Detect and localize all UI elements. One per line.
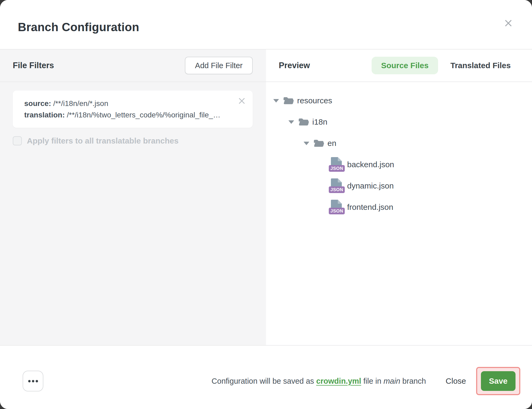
tree-row[interactable]: JSON frontend.json: [266, 197, 532, 218]
preview-heading: Preview: [279, 61, 310, 70]
caret-slot: [273, 99, 283, 103]
apply-filters-checkbox[interactable]: [13, 136, 22, 145]
apply-filters-label: Apply filters to all translatable branch…: [27, 136, 178, 145]
close-icon[interactable]: [502, 17, 514, 29]
save-button[interactable]: Save: [481, 371, 516, 391]
branch-name: main: [384, 377, 400, 385]
dialog-header: Branch Configuration: [0, 0, 532, 50]
crowdin-yml-link[interactable]: crowdin.yml: [316, 377, 361, 385]
note-prefix: Configuration will be saved as: [211, 377, 316, 385]
tab-source-files[interactable]: Source Files: [372, 57, 438, 74]
file-filters-panel: File Filters Add File Filter source: /**…: [0, 50, 266, 345]
tree-item-label: en: [327, 139, 336, 148]
filter-source-value: /**/i18n/en/*.json: [53, 99, 108, 108]
caret-slot: [288, 120, 298, 124]
preview-header: Preview Source Files Translated Files: [266, 50, 532, 82]
note-middle: file in: [361, 377, 384, 385]
apply-filters-row: Apply filters to all translatable branch…: [13, 136, 253, 145]
tree-row[interactable]: resources: [266, 90, 532, 111]
document-fold: [338, 157, 342, 161]
branch-configuration-dialog: Branch Configuration File Filters Add Fi…: [0, 0, 532, 409]
folder-icon: [298, 118, 309, 126]
close-x-glyph: [504, 19, 513, 28]
file-tree: resources i18n: [266, 82, 532, 218]
document-fold: [338, 178, 342, 182]
file-filter-card[interactable]: source: /**/i18n/en/*.json translation: …: [13, 91, 253, 128]
remove-x-glyph: [238, 97, 246, 105]
folder-icon: [283, 96, 294, 105]
note-suffix: branch: [400, 377, 426, 385]
tree-item-label: backend.json: [347, 160, 394, 169]
preview-tabs: Source Files Translated Files: [372, 57, 511, 74]
chevron-down-icon[interactable]: [304, 142, 309, 145]
json-badge: JSON: [329, 186, 345, 193]
dialog-body: File Filters Add File Filter source: /**…: [0, 50, 532, 345]
save-location-note: Configuration will be saved as crowdin.y…: [211, 377, 426, 386]
tree-item-label: resources: [297, 96, 332, 105]
add-file-filter-button[interactable]: Add File Filter: [185, 57, 253, 74]
caret-slot: [304, 142, 313, 145]
tree-item-label: i18n: [312, 117, 327, 126]
ellipsis-dot: [28, 380, 31, 382]
filter-source-line: source: /**/i18n/en/*.json: [24, 98, 231, 109]
filter-translation-value: /**/i18n/%two_letters_code%/%original_fi…: [67, 111, 220, 119]
tree-item-label: frontend.json: [347, 203, 393, 212]
filter-translation-label: translation:: [24, 111, 65, 119]
filter-translation-line: translation: /**/i18n/%two_letters_code%…: [24, 109, 231, 121]
file-filters-list: source: /**/i18n/en/*.json translation: …: [0, 82, 266, 145]
tab-translated-files[interactable]: Translated Files: [450, 61, 511, 70]
remove-filter-icon[interactable]: [237, 96, 246, 105]
json-file-icon: JSON: [329, 178, 344, 194]
json-file-icon: JSON: [329, 157, 344, 172]
caret-slot: [319, 163, 329, 166]
tree-row[interactable]: JSON dynamic.json: [266, 175, 532, 197]
document-fold: [338, 200, 342, 204]
dialog-footer: Configuration will be saved as crowdin.y…: [0, 345, 532, 409]
chevron-down-icon[interactable]: [288, 120, 294, 124]
preview-panel: Preview Source Files Translated Files re…: [266, 50, 532, 345]
caret-slot: [319, 206, 329, 209]
caret-slot: [319, 184, 329, 188]
dialog-title: Branch Configuration: [18, 21, 139, 34]
more-options-button[interactable]: [23, 371, 43, 391]
save-button-highlight: Save: [476, 367, 520, 395]
tree-row[interactable]: JSON backend.json: [266, 154, 532, 175]
chevron-down-icon[interactable]: [273, 99, 279, 103]
json-badge: JSON: [329, 208, 345, 214]
tree-item-label: dynamic.json: [347, 181, 394, 190]
file-filters-header: File Filters Add File Filter: [0, 50, 266, 82]
ellipsis-dot: [32, 380, 34, 382]
json-badge: JSON: [329, 165, 345, 172]
tree-row[interactable]: i18n: [266, 111, 532, 133]
file-filters-heading: File Filters: [13, 61, 54, 70]
close-button[interactable]: Close: [446, 377, 466, 386]
tree-row[interactable]: en: [266, 133, 532, 154]
json-file-icon: JSON: [329, 199, 344, 215]
ellipsis-dot: [36, 380, 38, 382]
folder-icon: [313, 139, 324, 148]
filter-source-label: source:: [24, 99, 51, 108]
